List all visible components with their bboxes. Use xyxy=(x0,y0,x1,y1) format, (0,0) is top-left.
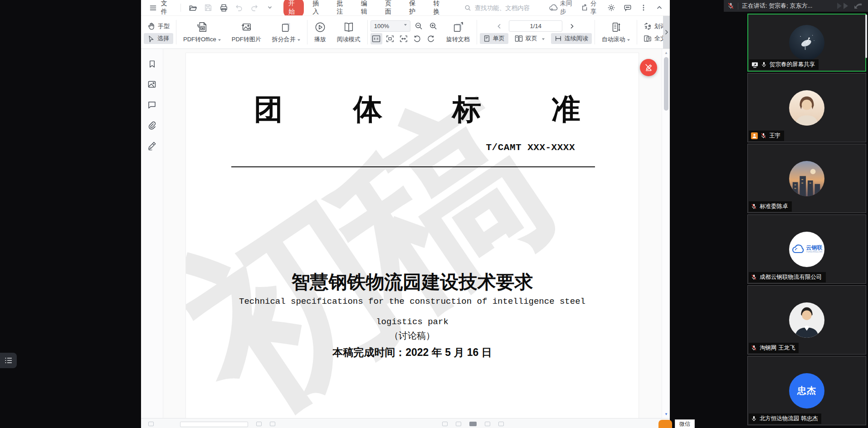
single-page-button[interactable]: 单页 xyxy=(480,33,508,44)
settings-gear-icon[interactable] xyxy=(607,2,616,13)
left-sidebar xyxy=(141,49,163,418)
participant-tile[interactable]: 淘钢网 王龙飞 xyxy=(747,285,866,355)
play-button[interactable]: 播放 xyxy=(310,19,330,45)
images-icon[interactable] xyxy=(147,79,157,89)
read-mode-button[interactable]: 阅读模式 xyxy=(333,19,365,45)
fit-page-button[interactable] xyxy=(384,33,396,44)
participant-tile[interactable]: 云钢联 YUNGANGLIAN 成都云钢联物流有限公司 xyxy=(747,214,866,284)
sync-status-label: 未同步 xyxy=(560,0,575,16)
status-icon[interactable] xyxy=(456,422,461,426)
wechat-taskbar-icon[interactable] xyxy=(658,420,672,428)
continuous-read-button[interactable]: 连续阅读 xyxy=(551,33,592,44)
document-scrollbar[interactable]: ▲ ▼ xyxy=(662,49,670,418)
actual-size-button[interactable] xyxy=(371,33,382,44)
fit-width-button[interactable] xyxy=(398,33,410,44)
document-title-cn: 智慧钢铁物流园建设技术要求 xyxy=(186,270,639,295)
rotate-document-button[interactable]: 旋转文档 xyxy=(442,19,474,45)
member-badge-icon xyxy=(751,132,758,139)
zoom-level-select[interactable]: 100% xyxy=(371,20,410,32)
heading-char: 体 xyxy=(353,95,382,124)
scroll-up-arrow[interactable]: ▲ xyxy=(662,51,670,55)
meeting-header-controls[interactable] xyxy=(835,1,864,10)
zoom-level-value: 100% xyxy=(374,23,389,29)
participant-tile[interactable]: 标准委陈卓 xyxy=(747,144,866,213)
redo-icon[interactable] xyxy=(249,2,260,13)
undo-icon[interactable] xyxy=(234,2,244,13)
avatar xyxy=(789,161,824,196)
status-icon[interactable] xyxy=(256,422,262,426)
zoom-out-button[interactable] xyxy=(413,20,425,32)
status-icon[interactable] xyxy=(442,422,448,426)
status-icon[interactable] xyxy=(270,422,275,426)
quick-actions xyxy=(187,2,275,13)
print-icon[interactable] xyxy=(218,2,229,13)
menu-bar: 文件 xyxy=(141,0,670,15)
participant-name: 王宇 xyxy=(769,132,780,140)
more-actions-chevron-icon[interactable] xyxy=(264,2,275,13)
participant-tile[interactable]: 忠杰 北方恒达物流园 韩忠杰 xyxy=(747,356,866,425)
previous-page-button[interactable] xyxy=(493,20,505,32)
split-merge-label: 拆分合并 xyxy=(272,35,296,44)
file-menu[interactable]: 文件 xyxy=(146,0,174,17)
desktop-list-widget[interactable] xyxy=(0,353,17,368)
scrollbar-thumb[interactable] xyxy=(664,57,668,111)
rotate-left-button[interactable] xyxy=(411,33,423,44)
zoom-in-button[interactable] xyxy=(428,20,439,32)
share-button[interactable]: 分享 xyxy=(581,0,600,16)
collapse-ribbon-icon[interactable] xyxy=(655,2,664,13)
split-merge-button[interactable]: 拆分合并 xyxy=(268,19,304,45)
page-indicator-input[interactable]: 1/14 xyxy=(509,20,562,32)
mic-muted-icon xyxy=(751,274,757,281)
mic-muted-icon xyxy=(761,132,766,139)
status-input[interactable] xyxy=(180,422,248,427)
status-icon[interactable] xyxy=(485,422,490,426)
open-folder-icon[interactable] xyxy=(187,2,198,13)
kebab-menu-icon[interactable] xyxy=(639,2,648,13)
attachments-icon[interactable] xyxy=(147,120,157,130)
avatar: 忠杰 xyxy=(789,373,824,409)
signature-icon[interactable] xyxy=(147,141,157,151)
save-icon[interactable] xyxy=(203,2,214,13)
avatar xyxy=(789,90,824,126)
participant-list-scrollbar[interactable] xyxy=(865,15,867,58)
document-canvas[interactable]: 初稿 团 体 标 准 T/CAMT XXX-XXXX 智慧钢铁物流园建设技术要求… xyxy=(163,49,670,418)
scroll-down-arrow[interactable]: ▼ xyxy=(662,412,670,416)
double-page-button[interactable]: 双页 xyxy=(511,33,548,44)
edit-mode-fab[interactable] xyxy=(640,59,657,76)
dropdown-caret xyxy=(297,39,300,42)
divider xyxy=(367,20,368,44)
mic-muted-icon xyxy=(751,345,757,351)
toolbar-expander[interactable] xyxy=(663,16,670,49)
pdf-to-image-button[interactable]: PDF转图片 xyxy=(228,19,265,45)
bookmarks-icon[interactable] xyxy=(147,59,157,69)
pdf-to-office-button[interactable]: PDF转Office xyxy=(179,19,225,45)
rotate-right-button[interactable] xyxy=(425,33,437,44)
pdf-to-office-label: PDF转Office xyxy=(183,35,216,44)
muted-mic-icon xyxy=(727,2,734,10)
status-page-icon[interactable] xyxy=(148,422,154,426)
standard-type-heading: 团 体 标 准 xyxy=(254,95,580,124)
avatar xyxy=(789,25,824,60)
status-icon[interactable] xyxy=(498,422,504,426)
comments-icon[interactable] xyxy=(147,100,157,110)
status-icon[interactable] xyxy=(469,422,477,426)
next-page-button[interactable] xyxy=(566,20,578,32)
search-box[interactable] xyxy=(464,4,546,12)
meeting-speaking-banner: 正在讲话: 贺宗春; 京东方... xyxy=(724,0,868,12)
participant-label: 北方恒达物流园 韩忠杰 xyxy=(749,413,821,424)
hand-tool-button[interactable]: 手型 xyxy=(144,21,173,32)
sync-status[interactable]: 未同步 xyxy=(549,0,575,16)
auto-scroll-button[interactable]: 自动滚动 xyxy=(598,19,634,45)
participant-tile[interactable]: 王宇 xyxy=(747,73,866,142)
auto-scroll-icon xyxy=(610,21,622,33)
feedback-chat-icon[interactable] xyxy=(623,2,632,13)
dropdown-caret xyxy=(404,24,407,27)
participant-tile[interactable]: 贺宗春的屏幕共享 xyxy=(747,14,866,72)
select-tool-button[interactable]: 选择 xyxy=(144,33,173,44)
desktop: 文件 xyxy=(0,0,868,428)
read-mode-label: 阅读模式 xyxy=(337,35,361,44)
pdf-to-image-label: PDF转图片 xyxy=(232,35,261,44)
wps-pdf-window: 文件 xyxy=(141,0,670,428)
status-bar xyxy=(141,418,670,428)
search-input[interactable] xyxy=(474,4,546,12)
